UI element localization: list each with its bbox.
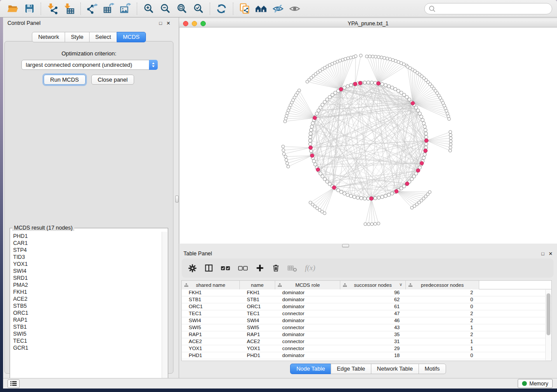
toolbar-separator	[233, 3, 233, 15]
table-row[interactable]: ACE2ACE2connector311	[182, 338, 551, 345]
close-panel-icon[interactable]: ✕	[549, 251, 553, 256]
refresh-icon[interactable]	[213, 2, 230, 16]
mcds-result-item[interactable]: STB5	[13, 303, 162, 309]
criterion-dropdown[interactable]: largest connected component (undirected)	[21, 60, 158, 70]
column-header-successor-nodes[interactable]: successor nodes∨	[340, 281, 406, 289]
main-toolbar	[0, 0, 557, 17]
toolbar-separator	[210, 3, 210, 15]
table-cell: dominator	[275, 352, 340, 359]
mcds-result-item[interactable]: SWI4	[13, 268, 162, 275]
import-table-icon[interactable]	[61, 2, 77, 16]
mcds-result-item[interactable]: FKH1	[13, 289, 162, 296]
tab-node-table[interactable]: Node Table	[290, 364, 331, 374]
function-builder-icon[interactable]: f(x)	[305, 264, 315, 272]
splitter-handle[interactable]	[175, 196, 179, 203]
hide-selected-eye-icon[interactable]	[270, 2, 286, 16]
mcds-result-item[interactable]: RAP1	[13, 316, 162, 323]
column-label: MCDS role	[295, 282, 320, 288]
export-image-icon[interactable]	[117, 2, 134, 16]
tab-mcds[interactable]: MCDS	[117, 32, 145, 42]
close-panel-icon[interactable]: ✕	[166, 21, 170, 26]
import-network-icon[interactable]	[44, 2, 61, 16]
select-all-rows-icon[interactable]	[221, 265, 231, 272]
export-table-icon[interactable]	[100, 2, 117, 16]
network-canvas[interactable]	[179, 28, 557, 244]
float-panel-icon[interactable]: □	[541, 251, 544, 256]
splitter-handle[interactable]	[342, 244, 349, 248]
add-column-icon[interactable]	[256, 264, 264, 272]
show-all-eye-icon[interactable]	[286, 2, 303, 16]
zoom-fit-icon[interactable]	[173, 2, 190, 16]
zoom-selected-icon[interactable]	[190, 2, 207, 16]
table-cell: TEC1	[182, 310, 240, 317]
mcds-result-item[interactable]: YOX1	[13, 261, 162, 268]
table-row[interactable]: SWI5SWI5connector431	[182, 324, 551, 331]
mcds-result-item[interactable]: PMA2	[13, 282, 162, 289]
mcds-result-item[interactable]: TEC1	[13, 337, 162, 344]
mcds-panel: Optimization criterion: largest connecte…	[4, 41, 173, 374]
tab-select[interactable]: Select	[89, 32, 117, 42]
horizontal-splitter[interactable]	[179, 244, 557, 248]
node-table: shared namenameMCDS rolesuccessor nodes∨…	[181, 280, 552, 361]
table-row[interactable]: TEC1TEC1connector472	[182, 310, 551, 317]
tab-network[interactable]: Network	[32, 32, 65, 42]
table-row[interactable]: SWI4SWI4dominator462	[182, 317, 551, 324]
tab-edge-table[interactable]: Edge Table	[331, 364, 371, 374]
table-row[interactable]: STB1STB1dominator620	[182, 296, 551, 303]
mcds-result-item[interactable]: TID3	[13, 254, 162, 261]
table-cell: ACE2	[240, 338, 275, 345]
float-panel-icon[interactable]: □	[159, 21, 162, 26]
table-row[interactable]: ORC1ORC1dominator610	[182, 303, 551, 310]
table-cell: 1	[406, 338, 479, 345]
column-header-MCDS-role[interactable]: MCDS role	[275, 281, 340, 289]
open-file-icon[interactable]	[4, 2, 21, 16]
tab-style[interactable]: Style	[65, 32, 90, 42]
homes-icon[interactable]	[253, 2, 270, 16]
memory-button[interactable]: Memory	[518, 379, 553, 388]
mcds-result-title: MCDS result (17 nodes)	[12, 225, 74, 231]
network-titlebar[interactable]: YPA_prune.txt_1	[179, 19, 557, 28]
table-row[interactable]: FKH1FKH1dominator962	[182, 289, 551, 296]
tab-motifs[interactable]: Motifs	[419, 364, 446, 374]
tab-network-table[interactable]: Network Table	[371, 364, 419, 374]
column-header-shared-name[interactable]: shared name	[182, 281, 240, 289]
search-box[interactable]	[424, 3, 552, 14]
mcds-result-item[interactable]: PHD1	[13, 233, 162, 240]
close-panel-button[interactable]: Close panel	[91, 75, 135, 85]
mcds-list-scrollbar[interactable]	[162, 232, 167, 388]
table-settings-gear-icon[interactable]	[188, 264, 197, 273]
table-row[interactable]: PHD1PHD1dominator180	[182, 352, 551, 359]
table-cell: connector	[275, 324, 340, 331]
task-history-button[interactable]	[7, 379, 20, 388]
vertical-splitter[interactable]	[175, 17, 179, 378]
mcds-result-item[interactable]: CAR1	[13, 240, 162, 247]
deselect-all-rows-icon[interactable]	[238, 265, 248, 272]
mcds-result-item[interactable]: STP4	[13, 247, 162, 254]
table-cell: TEC1	[240, 310, 275, 317]
clone-network-icon[interactable]	[236, 2, 253, 16]
save-session-icon[interactable]	[21, 2, 38, 16]
zoom-out-icon[interactable]	[157, 2, 173, 16]
mcds-result-item[interactable]: ORC1	[13, 309, 162, 316]
criterion-label: Optimization criterion:	[5, 50, 173, 57]
mcds-result-item[interactable]: GCR1	[13, 344, 162, 351]
export-network-icon[interactable]	[84, 2, 100, 16]
table-scrollbar[interactable]	[545, 290, 551, 360]
table-row[interactable]: RAP1RAP1dominator352	[182, 331, 551, 338]
table-tabs: Node TableEdge TableNetwork TableMotifs	[290, 364, 446, 374]
search-input[interactable]	[439, 6, 552, 12]
column-header-name[interactable]: name	[240, 281, 275, 289]
run-mcds-button[interactable]: Run MCDS	[44, 75, 86, 85]
mcds-result-item[interactable]: SRD1	[13, 275, 162, 282]
table-cell: 2	[406, 317, 479, 324]
column-header-predecessor-nodes[interactable]: predecessor nodes	[406, 281, 479, 289]
show-columns-icon[interactable]	[204, 264, 213, 272]
mcds-result-item[interactable]: ACE2	[13, 296, 162, 303]
delete-column-icon[interactable]	[272, 264, 280, 272]
mcds-result-item[interactable]: SWI5	[13, 330, 162, 337]
delete-table-icon[interactable]	[287, 264, 298, 272]
scrollbar-thumb[interactable]	[547, 293, 550, 335]
mcds-result-item[interactable]: STB1	[13, 323, 162, 330]
zoom-in-icon[interactable]	[140, 2, 157, 16]
table-row[interactable]: YOX1YOX1connector291	[182, 345, 551, 352]
